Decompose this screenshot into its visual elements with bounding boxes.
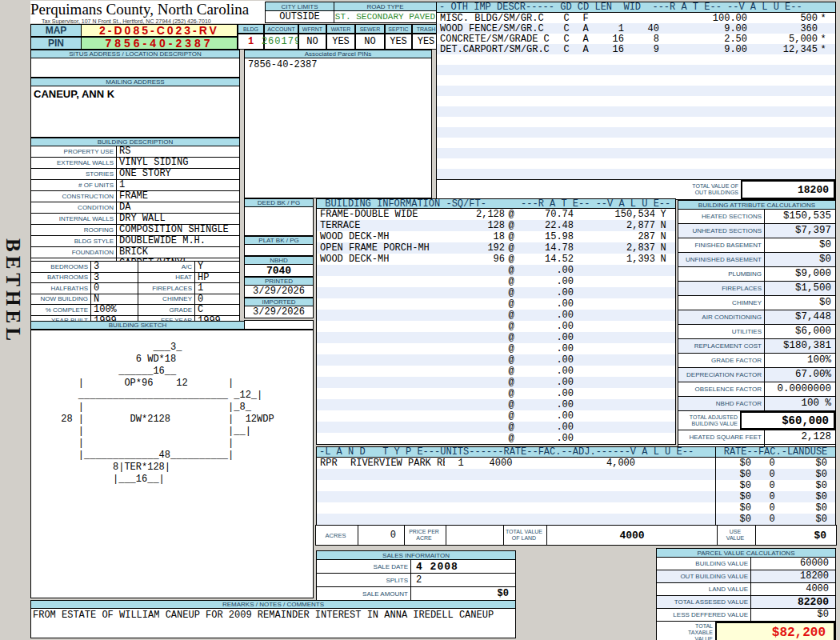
field-label: INTERNAL WALLS (31, 214, 117, 224)
empty-row: @ .00 (317, 298, 675, 310)
attribute-row: NBHD FACTOR 100 % (678, 397, 835, 410)
empty-row: @ .00 (317, 366, 675, 377)
oth-len: 1 (595, 23, 624, 34)
oth-len: 16 (595, 34, 624, 45)
other-improvements-empty-rows (437, 54, 835, 179)
deed-column: DEED BK / PG PLAT BK / PG NBHD 7040 PRIN… (244, 198, 314, 318)
building-description-row: # OF UNITS 1 (31, 180, 239, 191)
utility-column-header: ACCOUNT (264, 24, 298, 34)
building-information-header: BUILDING INFORMATION -SQ/FT- ---R A T E-… (316, 198, 676, 209)
parcel-label: OUT BUILDING VALUE (657, 570, 751, 582)
parcel-value-calculations: PARCEL VALUE CALCULATIONS BUILDING VALUE… (656, 548, 836, 640)
city-limits-box: CITY LIMITS OUTSIDE (265, 2, 334, 23)
sales-label: SPLITS (317, 574, 411, 586)
field-label: FOUNDATION (31, 247, 117, 258)
bi-rate: .00 (518, 377, 574, 388)
landuse-fac: 0 (756, 514, 788, 525)
bi-at-sign: @ (505, 433, 518, 444)
bi-name: OPEN FRAME PORCH-MH (317, 242, 453, 254)
field-label: PROPERTY USE (31, 146, 117, 157)
bi-at-sign: @ (505, 388, 518, 399)
empty-row: @ .00 (317, 399, 675, 410)
landuse-rate: $0 (716, 502, 756, 514)
oth-len: 16 (595, 44, 624, 55)
attribute-label: CHIMNEY (678, 296, 765, 310)
oth-cd: A (576, 23, 595, 34)
bi-name: TERRACE (317, 220, 453, 231)
empty-row: @ .00 (317, 321, 675, 332)
acres-row: ACRES 0 PRICE PER ACRE TOTAL VALUE OF LA… (316, 525, 837, 546)
building-description-row: PROPERTY USE RS (31, 146, 239, 158)
land-use-row: $0 0 $0 (716, 480, 835, 491)
oth-gd: C (557, 44, 576, 55)
bi-value: 150,534 (574, 209, 655, 220)
land-use-row: $0 0 $0 (716, 514, 835, 525)
bi-rate: 14.78 (518, 242, 574, 254)
field-label: # OF UNITS (31, 180, 117, 190)
bi-at-sign: @ (505, 399, 518, 410)
out-buildings-total-label: TOTAL VALUE OF OUT BUILDINGS (674, 180, 741, 199)
oth-rate: 9.00 (659, 23, 747, 34)
out-buildings-total-value: 18200 (741, 180, 835, 199)
bi-rate: .00 (518, 332, 574, 343)
empty-row: @ .00 (317, 276, 675, 287)
rooms-attributes-row: BEDROOMS 3 A/C Y (31, 262, 239, 273)
empty-row: @ .00 (317, 354, 675, 366)
other-improvements-rows: MISC. BLDG/SM/GR.C C F 100.00 500 * WOOD… (437, 13, 835, 54)
sales-rows: SALE DATE 4 2008 SPLITS 2 SALE AMOUNT $0 (316, 560, 516, 601)
utility-column-header: BLDG (238, 24, 264, 34)
bi-at-sign: @ (505, 310, 518, 321)
empty-row: @ .00 (317, 410, 675, 422)
attribute-label: UTILITIES (678, 325, 765, 338)
nbhd-value: 7040 (244, 265, 314, 277)
building-description-row: INTERNAL WALLS DRY WALL (31, 214, 239, 225)
attribute-row: UNHEATED SECTIONS $7,397 (678, 224, 835, 238)
oth-cd: A (576, 34, 595, 45)
landuse-rate: $0 (716, 469, 756, 480)
building-description-rows: PROPERTY USE RS EXTERNAL WALLS VINYL SID… (30, 146, 240, 270)
bi-at-sign: @ (505, 287, 518, 298)
landuse-fac: 0 (756, 469, 788, 480)
nbhd-header: NBHD (244, 256, 314, 265)
building-description-box: BUILDING DESCRIPTION PROPERTY USE RS EXT… (30, 138, 240, 270)
out-buildings-total-label-line1: TOTAL VALUE OF (674, 183, 738, 190)
field-value: 1 (195, 283, 239, 294)
township-side-label: BETHEL (2, 238, 24, 345)
empty-row (317, 480, 715, 491)
parcel-row: LAND VALUE 4000 (657, 583, 835, 596)
attribute-row: HEATED SQUARE FEET 2,128 (678, 430, 835, 445)
imported-header: IMPORTED (244, 298, 314, 306)
pin-label: PIN (30, 37, 82, 50)
attribute-label: UNFINISHED BASEMENT (678, 253, 765, 266)
parcel-row: LESS DEFFERED VALUE $0 (657, 609, 835, 621)
empty-row (317, 469, 715, 480)
oth-value: 5,000 (747, 34, 818, 45)
oth-flag: * (818, 44, 829, 55)
remarks-box: REMARKS / NOTES / COMMENTS FROM ESTATE O… (30, 600, 516, 638)
bi-at-sign: @ (505, 265, 518, 276)
field-label: % COMPLETE (31, 305, 91, 315)
field-value: Y (195, 262, 239, 272)
parcel-label: TOTAL ASSESED VALUE (657, 596, 751, 608)
total-adjusted-building-value-row: TOTAL ADJUSTED BUILDING VALUE $60,000 (678, 411, 836, 430)
oth-flag: * (818, 13, 829, 24)
utility-column-value: 260179 (264, 34, 298, 50)
total-land-value-label: TOTAL VALUE OF LAND (503, 525, 547, 546)
attribute-row: PLUMBING $9,000 (678, 267, 835, 282)
landuse-fac: 0 (756, 502, 788, 514)
empty-row: @ .00 (317, 377, 675, 388)
parcel-row: OUT BUILDING VALUE 18200 (657, 570, 835, 583)
land-use-row: $0 0 $0 (716, 469, 835, 480)
land-rate: 4000 (477, 458, 525, 469)
sales-value: 2 (411, 574, 515, 586)
building-description-row: BLDG STYLE DOUBLEWIDE M.H. (31, 236, 239, 247)
other-improvements-table: - OTH IMP DESCR----- GD CD LEN WID ---R … (436, 2, 836, 180)
building-description-row: CONSTRUCTION FRAME (31, 191, 239, 202)
landuse-fac: 0 (756, 491, 788, 502)
use-value-label: USE VALUE (717, 525, 756, 546)
remarks-header: REMARKS / NOTES / COMMENTS (30, 600, 516, 609)
attribute-label: OBSELENCE FACTOR (678, 382, 765, 396)
bi-at-sign: @ (505, 254, 518, 265)
attribute-label: DEPRECIATION FACTOR (678, 368, 765, 382)
field-value: DA (117, 202, 239, 213)
